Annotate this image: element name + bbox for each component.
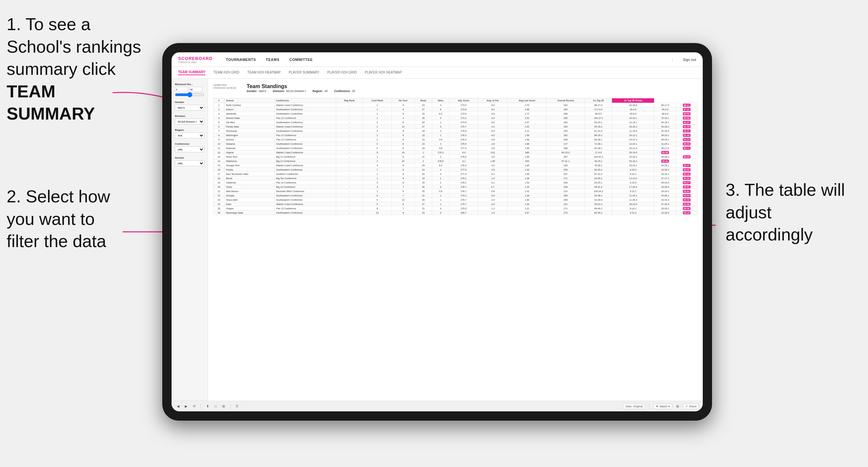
table-cell: 104-42-3 — [585, 155, 612, 159]
table-cell: 8-14-0 — [612, 181, 654, 185]
table-cell: 3 — [363, 185, 392, 189]
sign-out-link[interactable]: Sign out — [683, 58, 696, 62]
table-row: 23Texas A&MSoutheastern Conference-91028… — [214, 198, 698, 202]
tab-player-h2h-grid[interactable]: PLAYER H2H GRID — [327, 70, 357, 75]
table-cell: Pac-12 Conference — [275, 181, 336, 185]
table-cell: -4.0 — [478, 116, 508, 120]
table-row: 25OregonPac-12 Conference-87210279.5-1.1… — [214, 206, 698, 211]
table-cell: Arizona State — [224, 116, 275, 120]
timer-icon[interactable]: ⏱ — [235, 404, 240, 409]
tab-team-summary[interactable]: TEAM SUMMARY — [178, 70, 205, 75]
table-cell: -5.1 — [478, 172, 508, 176]
table-cell: Big 12 Conference — [275, 185, 336, 189]
table-cell: 1.90 — [508, 146, 547, 150]
filter-gender-select[interactable]: Men's — [175, 105, 204, 111]
table-cell: 2 — [432, 181, 449, 185]
table-cell: 1.41 — [508, 189, 547, 193]
tab-player-h2h-heatmap[interactable]: PLAYER H2H HEATMAP — [365, 70, 402, 75]
table-cell: 54-4-0 — [654, 107, 676, 112]
standings-title: Team Standings — [247, 84, 355, 89]
table-cell: 2.70 — [508, 103, 547, 107]
table-cell: 26 — [214, 211, 224, 215]
table-cell: -5.0 — [478, 120, 508, 125]
table-cell: 7 — [392, 193, 415, 198]
tab-team-h2h-grid[interactable]: TEAM H2H GRID — [213, 70, 239, 75]
table-cell: 2.77 — [508, 112, 547, 116]
back-icon[interactable]: ◀ — [176, 404, 181, 409]
table-cell: 80.91 — [676, 185, 697, 189]
filter-conference-display: Conference: All — [334, 89, 355, 93]
table-cell: Alabama — [224, 142, 275, 146]
share-icon[interactable]: ⬆ — [205, 404, 210, 409]
table-cell: 80.54 — [676, 193, 697, 198]
table-cell: 83.27 — [676, 120, 697, 125]
table-cell: 24-25-2 — [654, 167, 676, 172]
table-cell: 83-15-0 — [547, 150, 585, 155]
table-cell: - — [336, 120, 363, 125]
filter-min-rank-input2[interactable] — [189, 87, 203, 92]
table-cell: Pac-12 Conference — [275, 206, 336, 211]
table-cell: Duke — [224, 202, 275, 206]
table-cell: 18 — [415, 129, 432, 133]
table-cell: - — [336, 107, 363, 112]
filter-division-select[interactable]: NCAA Division I — [175, 119, 204, 125]
table-cell: Atlantic Coast Conference — [275, 150, 336, 155]
filter-min-rank-slider[interactable] — [175, 93, 204, 96]
table-cell: 1 — [214, 103, 224, 107]
table-cell: 9 — [363, 198, 392, 202]
table-cell: 1.55 — [508, 172, 547, 176]
forward-icon[interactable]: ▶ — [183, 404, 189, 409]
nav-teams[interactable]: TEAMS — [266, 58, 280, 62]
tablet-device: SCOREBOARD Powered by clippi TOURNAMENTS… — [162, 43, 712, 421]
table-cell: Atlantic Coast Conference — [275, 103, 336, 107]
view-original-btn[interactable]: View: Original — [623, 404, 645, 409]
grid-icon[interactable]: ⊞ — [675, 404, 680, 409]
table-cell: 255 — [547, 129, 585, 133]
filter-region-display: Region: All — [313, 89, 328, 93]
filter-min-rank-label: Minimum Ro... — [175, 83, 204, 86]
table-cell: 2.52 — [508, 116, 547, 120]
table-row: 5Ole MissSoutheastern Conference-3618127… — [214, 120, 698, 125]
add-tab-icon[interactable]: ⊞ — [221, 404, 226, 409]
table-cell: Washington — [224, 133, 275, 137]
update-date: 27/03/2024 16:56:26 — [213, 87, 236, 89]
watch-btn[interactable]: 👁 Watch ▾ — [653, 404, 673, 409]
filter-school-select[interactable]: (All) — [175, 160, 204, 166]
reload-icon[interactable]: ↺ — [191, 404, 197, 409]
tab-team-h2h-heatmap[interactable]: TEAM H2H HEATMAP — [247, 70, 281, 75]
table-cell: 267 — [547, 155, 585, 159]
filter-gender-display: Gender: Men's — [247, 89, 266, 93]
eye-icon: 👁 — [656, 405, 659, 408]
table-cell: 21 — [415, 206, 432, 211]
table-cell: California — [224, 181, 275, 185]
table-cell: 280.7 — [450, 211, 478, 215]
table-cell: 24 — [214, 202, 224, 206]
nav-committee[interactable]: COMMITTEE — [289, 58, 313, 62]
table-cell: 29-15-1 — [654, 120, 676, 125]
table-cell: 24 — [415, 181, 432, 185]
filter-conference-select[interactable]: (All) — [175, 146, 204, 152]
table-cell: - — [336, 206, 363, 211]
tab-player-summary[interactable]: PLAYER SUMMARY — [289, 70, 319, 75]
table-cell: 33-25-2 — [612, 125, 654, 129]
filter-min-rank-input1[interactable] — [175, 87, 188, 92]
bookmark-icon[interactable]: □ — [213, 404, 218, 409]
table-cell: 262 — [547, 120, 585, 125]
table-cell: 9 — [214, 137, 224, 142]
filter-region-select[interactable]: N/A — [175, 132, 204, 138]
table-cell: 0 — [432, 206, 449, 211]
table-cell: 85.58 — [676, 116, 697, 120]
table-cell: Ole Miss — [224, 120, 275, 125]
table-cell: Auburn — [224, 107, 275, 112]
sub-nav: TEAM SUMMARY TEAM H2H GRID TEAM H2H HEAT… — [172, 67, 703, 79]
table-row: 3VanderbiltSoutheastern Conference-25236… — [214, 112, 698, 116]
table-cell: 7 — [392, 206, 415, 211]
table-cell: 87.21 — [676, 107, 697, 112]
table-cell: East Tennessee State — [224, 172, 275, 176]
filter-school-label: School — [175, 156, 204, 159]
table-cell: 9 — [392, 103, 415, 107]
table-cell: 86-25-1 — [585, 133, 612, 137]
nav-tournaments[interactable]: TOURNAMENTS — [226, 58, 256, 62]
share-btn[interactable]: ↗ Share — [683, 404, 699, 409]
table-cell: 33-38-4 — [654, 185, 676, 189]
